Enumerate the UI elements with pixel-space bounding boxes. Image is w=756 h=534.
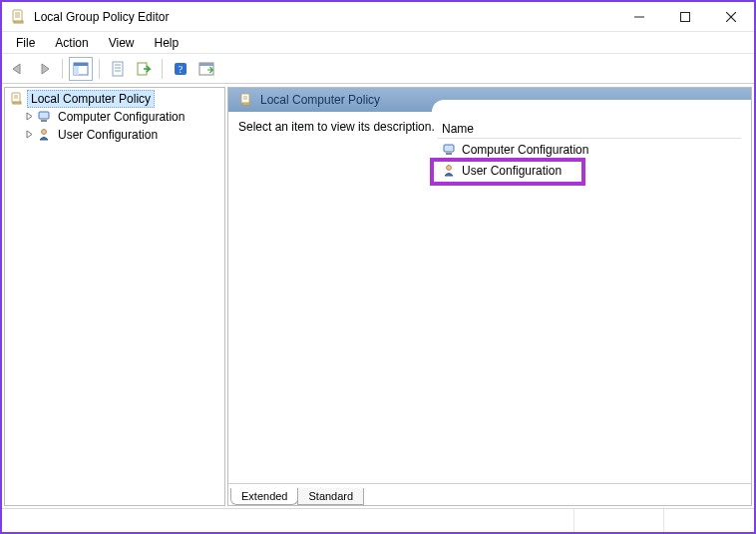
expander-icon[interactable]: [23, 130, 35, 141]
list-item-user-config[interactable]: User Configuration: [438, 162, 566, 180]
titlebar: Local Group Policy Editor: [2, 2, 754, 32]
status-cell: [664, 509, 754, 532]
expander-icon[interactable]: [23, 112, 35, 123]
menubar: File Action View Help: [2, 32, 754, 54]
status-cell: [2, 509, 574, 532]
filter-button[interactable]: [194, 57, 218, 81]
list-item-computer-config[interactable]: Computer Configuration: [438, 141, 741, 159]
toolbar-separator: [62, 59, 63, 79]
svg-point-34: [447, 166, 452, 171]
svg-text:?: ?: [179, 64, 184, 75]
menu-help[interactable]: Help: [145, 34, 189, 52]
column-header-name[interactable]: Name: [438, 120, 741, 139]
detail-list[interactable]: Name Computer Configuration: [438, 120, 741, 475]
menu-file[interactable]: File: [6, 34, 45, 52]
nav-forward-button[interactable]: [32, 57, 56, 81]
tree-pane[interactable]: Local Computer Policy Computer Configura…: [4, 87, 225, 506]
detail-title: Local Computer Policy: [260, 93, 380, 107]
svg-rect-11: [74, 66, 79, 75]
svg-rect-24: [13, 102, 21, 104]
svg-rect-6: [681, 12, 690, 21]
scroll-icon: [238, 92, 254, 108]
svg-rect-25: [39, 112, 49, 119]
description-area: Select an item to view its description.: [238, 120, 438, 475]
detail-tabs: Extended Standard: [228, 483, 751, 505]
window-controls: [616, 2, 754, 31]
svg-rect-20: [199, 63, 213, 66]
close-button[interactable]: [708, 2, 754, 31]
export-button[interactable]: [132, 57, 156, 81]
user-icon: [37, 127, 53, 143]
computer-icon: [442, 142, 458, 158]
detail-body: Select an item to view its description. …: [228, 112, 751, 483]
svg-rect-0: [13, 10, 22, 22]
help-button[interactable]: ?: [169, 57, 192, 81]
menu-view[interactable]: View: [99, 34, 145, 52]
svg-rect-33: [446, 153, 452, 155]
list-item-label: Computer Configuration: [462, 143, 588, 157]
tree-root-label: Local Computer Policy: [27, 90, 155, 108]
statusbar: [2, 508, 754, 532]
tab-extended[interactable]: Extended: [230, 488, 298, 505]
tab-standard[interactable]: Standard: [297, 488, 364, 505]
main-area: Local Computer Policy Computer Configura…: [2, 84, 754, 508]
detail-header: Local Computer Policy: [228, 88, 751, 112]
svg-rect-32: [444, 145, 454, 152]
svg-rect-12: [113, 62, 123, 76]
svg-rect-26: [41, 120, 47, 122]
toolbar: ?: [2, 54, 754, 84]
tree-root[interactable]: Local Computer Policy: [5, 90, 224, 108]
scroll-icon: [9, 91, 25, 107]
tree-item-label: User Configuration: [55, 127, 161, 143]
toolbar-separator: [99, 59, 100, 79]
menu-action[interactable]: Action: [45, 34, 98, 52]
tree-computer-config[interactable]: Computer Configuration: [5, 108, 224, 126]
svg-rect-31: [242, 103, 250, 105]
tree-item-label: Computer Configuration: [55, 109, 188, 125]
app-icon: [10, 9, 26, 25]
user-icon: [442, 163, 458, 179]
svg-rect-4: [14, 21, 23, 23]
tree-user-config[interactable]: User Configuration: [5, 126, 224, 144]
app-window: Local Group Policy Editor File Action Vi…: [0, 0, 756, 534]
minimize-button[interactable]: [616, 2, 662, 31]
status-cell: [574, 509, 664, 532]
svg-rect-10: [74, 63, 88, 66]
detail-pane: Local Computer Policy Select an item to …: [227, 87, 752, 506]
window-title: Local Group Policy Editor: [32, 10, 616, 24]
svg-point-27: [42, 130, 47, 135]
description-hint: Select an item to view its description.: [238, 120, 435, 134]
annotation-highlight: User Configuration: [430, 158, 585, 186]
computer-icon: [37, 109, 53, 125]
list-item-label: User Configuration: [462, 164, 562, 178]
toolbar-separator: [162, 59, 163, 79]
maximize-button[interactable]: [662, 2, 708, 31]
nav-back-button[interactable]: [6, 57, 30, 81]
show-hide-tree-button[interactable]: [69, 57, 93, 81]
properties-button[interactable]: [106, 57, 130, 81]
